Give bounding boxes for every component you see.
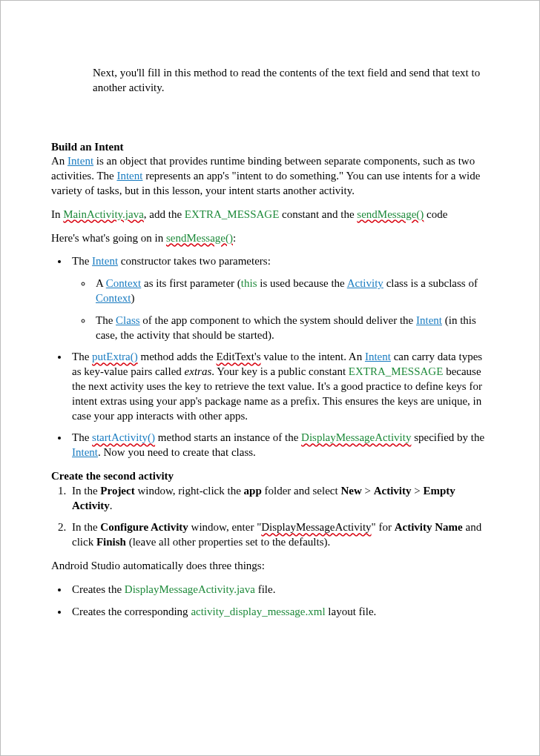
ui-finish: Finish <box>96 536 126 548</box>
text: In <box>51 208 63 220</box>
text: ) <box>131 292 135 304</box>
link-context[interactable]: Context <box>96 292 131 304</box>
text: > <box>362 485 374 497</box>
list-item: The Intent constructor takes two paramet… <box>69 254 489 342</box>
ui-activity-name: Activity Name <box>395 521 463 533</box>
list-item: Creates the corresponding activity_displ… <box>69 605 489 620</box>
list-item: The Class of the app component to which … <box>93 314 489 343</box>
text: Creates the <box>72 583 125 595</box>
ui-new: New <box>340 485 361 497</box>
code-class: DisplayMessageActivity <box>261 521 371 533</box>
text: specified by the <box>411 431 484 443</box>
list-item: Creates the DisplayMessageActivity.java … <box>69 583 489 597</box>
text: window, right-click the <box>135 485 244 497</box>
link-class[interactable]: Class <box>116 314 140 326</box>
text: class is a subclass of <box>383 277 478 289</box>
list-item: In the Project window, right-click the a… <box>69 484 489 514</box>
list-item: In the Configure Activity window, enter … <box>69 520 489 550</box>
code-method: sendMessage() <box>357 208 424 220</box>
intent-paragraph-2: In MainActivity.java, add the EXTRA_MESS… <box>51 208 489 222</box>
text: code <box>424 208 447 220</box>
text: , add the <box>144 208 185 220</box>
link-putextra[interactable]: putExtra() <box>92 351 138 362</box>
code-this: this <box>241 277 257 289</box>
code-file: DisplayMessageActivity.java <box>125 583 255 595</box>
bullet-list-auto: Creates the DisplayMessageActivity.java … <box>51 583 489 620</box>
code-edittext: EditText's <box>217 351 261 362</box>
text: Here's what's going on in <box>51 232 166 244</box>
link-intent[interactable]: Intent <box>72 446 98 458</box>
text: file. <box>255 583 276 595</box>
text: method adds the <box>138 351 217 362</box>
ui-app: app <box>244 485 262 497</box>
text: > <box>412 485 424 497</box>
code-file: MainActivity.java <box>63 208 144 220</box>
text: layout file. <box>326 606 377 617</box>
text: In the <box>72 521 100 533</box>
text: The <box>72 255 92 267</box>
text: value to the intent. An <box>261 351 365 362</box>
section-heading-intent: Build an Intent <box>51 140 489 155</box>
text: An <box>51 155 68 167</box>
auto-paragraph: Android Studio automatically does three … <box>51 559 489 574</box>
term-extras: extras <box>185 365 212 377</box>
text: " for <box>372 521 395 533</box>
link-activity[interactable]: Activity <box>347 277 383 289</box>
text: : <box>233 232 236 244</box>
text: as its first parameter ( <box>141 277 241 289</box>
link-intent[interactable]: Intent <box>365 351 391 362</box>
code-file: activity_display_message.xml <box>191 606 325 617</box>
list-item: A Context as its first parameter (this i… <box>93 276 489 306</box>
sub-list: A Context as its first parameter (this i… <box>72 276 489 342</box>
text: folder and select <box>262 485 341 497</box>
section-heading-create: Create the second activity <box>51 469 489 484</box>
text: . <box>110 500 113 511</box>
text: The <box>96 314 116 326</box>
code-class: DisplayMessageActivity <box>301 431 411 443</box>
bullet-list-intent: The Intent constructor takes two paramet… <box>51 254 489 460</box>
link-intent[interactable]: Intent <box>116 170 142 182</box>
text: constant and the <box>279 208 357 220</box>
text: of the app component to which the system… <box>140 314 416 326</box>
text: Creates the corresponding <box>72 606 191 617</box>
intro-paragraph: Next, you'll fill in this method to read… <box>93 66 489 96</box>
list-item: The putExtra() method adds the EditText'… <box>69 350 489 423</box>
link-context[interactable]: Context <box>106 277 142 289</box>
text: The <box>72 351 92 362</box>
text: method starts an instance of the <box>155 431 301 443</box>
ui-project: Project <box>100 485 134 497</box>
code-method: sendMessage() <box>166 232 233 244</box>
link-intent[interactable]: Intent <box>68 155 93 167</box>
text: is used because the <box>257 277 346 289</box>
code-const: EXTRA_MESSAGE <box>349 365 444 377</box>
text: A <box>96 277 106 289</box>
text: . Your key is a public constant <box>211 365 349 377</box>
text: . Now you need to create that class. <box>98 446 256 458</box>
intro-text: Next, you'll fill in this method to read… <box>93 67 480 93</box>
intent-paragraph-3: Here's what's going on in sendMessage(): <box>51 231 489 246</box>
ui-configure-activity: Configure Activity <box>100 521 188 533</box>
link-startactivity[interactable]: startActivity() <box>92 431 155 443</box>
intent-paragraph-1: An Intent is an object that provides run… <box>51 154 489 198</box>
document-page: Next, you'll fill in this method to read… <box>0 0 540 756</box>
text: In the <box>72 485 100 497</box>
text: The <box>72 431 92 443</box>
code-const: EXTRA_MESSAGE <box>185 208 280 220</box>
text: constructor takes two parameters: <box>118 255 271 267</box>
link-intent[interactable]: Intent <box>416 314 442 326</box>
ui-activity: Activity <box>374 485 412 497</box>
text: window, enter " <box>188 521 261 533</box>
list-item: The startActivity() method starts an ins… <box>69 431 489 460</box>
text: (leave all other properties set to the d… <box>126 536 330 548</box>
link-intent[interactable]: Intent <box>92 255 118 267</box>
numbered-list-create: In the Project window, right-click the a… <box>51 484 489 550</box>
